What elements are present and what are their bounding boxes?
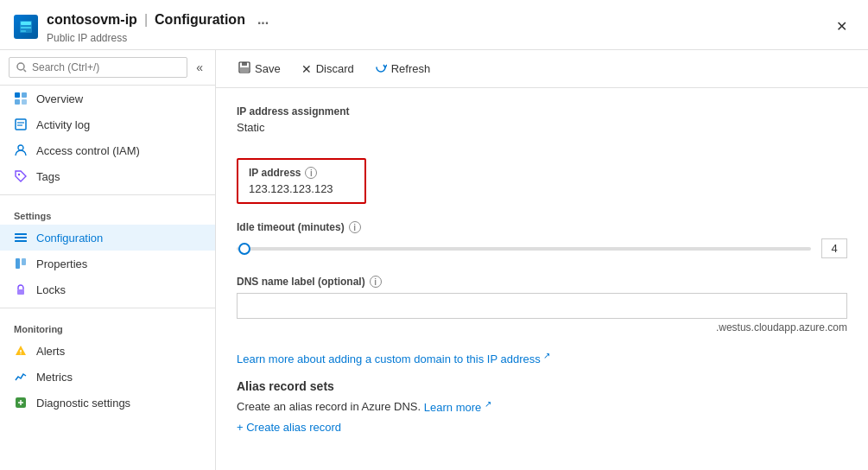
external-link-icon: ↗: [543, 351, 550, 360]
idle-timeout-slider[interactable]: [237, 247, 811, 251]
alias-external-link-icon: ↗: [485, 398, 491, 408]
metrics-icon: [14, 370, 28, 384]
sidebar-item-configuration-label: Configuration: [36, 232, 103, 245]
svg-point-14: [18, 174, 20, 175]
svg-line-5: [24, 70, 27, 73]
dns-name-input[interactable]: [237, 293, 847, 319]
discard-label: Discard: [316, 62, 354, 75]
refresh-label: Refresh: [391, 62, 431, 75]
sidebar-item-properties[interactable]: Properties: [0, 251, 215, 276]
sidebar-item-diagnostic-settings[interactable]: Diagnostic settings: [0, 390, 215, 416]
svg-rect-6: [15, 92, 20, 98]
search-area: «: [0, 50, 215, 86]
page-title: Configuration: [155, 12, 245, 28]
alerts-icon: [14, 344, 28, 358]
activity-log-icon: [14, 118, 28, 131]
search-input[interactable]: [32, 61, 180, 73]
alias-record-sets-section: Alias record sets Create an alias record…: [237, 379, 847, 433]
sidebar-item-activity-log-label: Activity log: [36, 118, 90, 131]
slider-thumb[interactable]: [238, 243, 250, 255]
sidebar-item-activity-log[interactable]: Activity log: [0, 111, 215, 137]
sidebar-item-metrics[interactable]: Metrics: [0, 364, 215, 390]
main-layout: « Overview Activity: [0, 50, 868, 470]
page-content: IP address assignment Static IP address …: [216, 88, 868, 470]
sidebar-item-tags-label: Tags: [36, 170, 60, 183]
refresh-icon: [375, 61, 387, 76]
sidebar-item-access-control[interactable]: Access control (IAM): [0, 137, 215, 163]
close-button[interactable]: ✕: [828, 14, 854, 40]
learn-more-domain-link[interactable]: Learn more about adding a custom domain …: [237, 352, 550, 365]
svg-rect-27: [242, 62, 247, 66]
svg-rect-28: [240, 67, 249, 72]
access-control-icon: [14, 143, 28, 157]
svg-rect-7: [22, 92, 27, 98]
dns-suffix: .westus.cloudapp.azure.com: [237, 321, 847, 333]
settings-section-label: Settings: [0, 200, 215, 225]
sidebar-item-overview-label: Overview: [36, 92, 83, 105]
title-separator: |: [144, 12, 148, 28]
sidebar-item-metrics-label: Metrics: [36, 371, 73, 384]
refresh-button[interactable]: Refresh: [366, 57, 440, 80]
alias-record-sets-desc: Create an alias record in Azure DNS. Lea…: [237, 398, 847, 413]
resource-icon: [14, 15, 38, 39]
create-alias-record-button[interactable]: + Create alias record: [237, 421, 847, 434]
idle-timeout-section: Idle timeout (minutes) i 4: [237, 221, 847, 258]
dns-input-container: [237, 293, 847, 319]
more-options-button[interactable]: ...: [252, 9, 274, 31]
svg-rect-17: [15, 240, 27, 242]
svg-rect-8: [15, 99, 20, 105]
title-bar: contosovm-ip | Configuration ... Public …: [0, 0, 868, 50]
toolbar: Save ✕ Discard Refresh: [216, 50, 868, 88]
ip-assignment-value: Static: [237, 121, 847, 134]
save-button[interactable]: Save: [230, 57, 289, 80]
svg-rect-9: [22, 99, 27, 105]
save-label: Save: [255, 62, 281, 75]
configuration-icon: [14, 231, 28, 245]
sidebar-item-configuration[interactable]: Configuration: [0, 225, 215, 251]
sidebar-item-access-control-label: Access control (IAM): [36, 144, 140, 157]
dns-name-section: DNS name label (optional) i .westus.clou…: [237, 276, 847, 333]
sidebar-item-overview[interactable]: Overview: [0, 86, 215, 111]
svg-rect-19: [22, 258, 26, 265]
svg-rect-16: [15, 237, 27, 238]
svg-rect-18: [16, 258, 20, 269]
discard-button[interactable]: ✕ Discard: [293, 58, 363, 80]
nav-divider-monitoring: [0, 308, 215, 308]
tags-icon: [14, 169, 28, 183]
overview-icon: [14, 92, 28, 105]
ip-address-info-icon[interactable]: i: [305, 167, 317, 179]
sidebar-item-locks[interactable]: Locks: [0, 276, 215, 302]
svg-point-22: [20, 353, 21, 354]
idle-timeout-value[interactable]: 4: [821, 238, 847, 258]
sidebar-item-tags[interactable]: Tags: [0, 163, 215, 189]
save-icon: [238, 61, 250, 76]
title-text: contosovm-ip | Configuration ... Public …: [47, 9, 828, 44]
ip-address-value: 123.123.123.123: [249, 182, 354, 195]
sidebar-item-diagnostic-settings-label: Diagnostic settings: [36, 397, 130, 410]
svg-rect-15: [15, 233, 27, 235]
sidebar-item-locks-label: Locks: [36, 283, 66, 296]
ip-address-box: IP address i 123.123.123.123: [237, 158, 366, 204]
svg-rect-1: [21, 22, 31, 25]
sidebar-item-properties-label: Properties: [36, 257, 87, 270]
nav-divider-settings: [0, 194, 215, 195]
ip-address-label: IP address i: [249, 167, 354, 179]
search-icon: [16, 62, 27, 73]
svg-point-13: [18, 145, 23, 150]
sidebar-item-alerts[interactable]: Alerts: [0, 338, 215, 364]
dns-name-label: DNS name label (optional) i: [237, 276, 847, 288]
collapse-sidebar-button[interactable]: «: [193, 59, 206, 76]
monitoring-section-label: Monitoring: [0, 314, 215, 338]
content-area: Save ✕ Discard Refresh IP: [216, 50, 868, 470]
sidebar-item-alerts-label: Alerts: [36, 345, 65, 358]
idle-timeout-info-icon[interactable]: i: [349, 221, 361, 233]
alias-record-sets-title: Alias record sets: [237, 379, 847, 393]
resource-subtitle: Public IP address: [47, 32, 828, 44]
resource-name: contosovm-ip: [47, 12, 137, 28]
svg-rect-2: [21, 27, 31, 29]
svg-rect-3: [21, 30, 26, 32]
alias-learn-more-link[interactable]: Learn more ↗: [424, 401, 491, 414]
diagnostic-icon: [14, 396, 28, 410]
dns-name-info-icon[interactable]: i: [370, 276, 382, 288]
search-box[interactable]: [9, 57, 187, 78]
